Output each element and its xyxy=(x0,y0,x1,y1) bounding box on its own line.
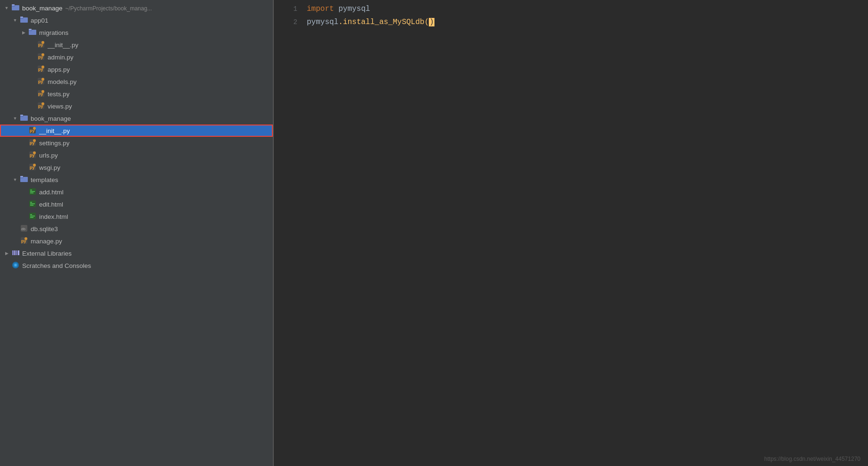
tree-item-views_py[interactable]: py views.py xyxy=(0,100,273,112)
code-token: pymysql xyxy=(307,18,338,26)
svg-point-35 xyxy=(33,139,36,142)
tree-item-apps_py[interactable]: py apps.py xyxy=(0,63,273,75)
folder-open-icon xyxy=(20,114,28,123)
tree-item-label: Scratches and Consoles xyxy=(22,262,91,269)
svg-rect-65 xyxy=(18,250,19,255)
tree-item-book_manage_root[interactable]: ▼ book_manage~/PycharmProjects/book_mana… xyxy=(0,2,273,14)
tree-item-label: urls.py xyxy=(39,152,58,159)
ext-lib-icon xyxy=(11,249,20,258)
tree-item-edit_html[interactable]: edit.html xyxy=(0,198,273,210)
tree-item-ext_libs[interactable]: ▶ External Libraries xyxy=(0,247,273,259)
tree-item-settings_py[interactable]: py settings.py xyxy=(0,137,273,149)
arrow-icon: ▼ xyxy=(11,177,19,182)
tree-item-label: __init__.py xyxy=(39,127,70,134)
code-token: pymysql xyxy=(334,5,370,13)
tree-item-app01[interactable]: ▼ app01 xyxy=(0,14,273,26)
tree-item-models_py[interactable]: py models.py xyxy=(0,75,273,88)
tree-item-label: wsgi.py xyxy=(39,164,60,171)
py-icon: py xyxy=(28,139,37,147)
tree-item-init_book[interactable]: py __init__.py xyxy=(0,125,273,137)
svg-rect-64 xyxy=(16,250,17,255)
folder-open-icon xyxy=(11,4,20,12)
py-icon: py xyxy=(28,163,37,172)
svg-rect-63 xyxy=(14,250,16,255)
py-icon: py xyxy=(37,41,45,49)
svg-rect-44 xyxy=(20,176,23,177)
tree-item-label: models.py xyxy=(48,78,77,85)
svg-rect-56 xyxy=(30,217,33,218)
tree-item-scratches[interactable]: Scratches and Consoles xyxy=(0,259,273,272)
tree-item-label: __init__.py xyxy=(48,42,78,49)
tree-item-wsgi_py[interactable]: py wsgi.py xyxy=(0,161,273,174)
tree-item-init_app01[interactable]: py __init__.py xyxy=(0,39,273,51)
code-content: pymysql.install_as_MySQLdb() xyxy=(307,18,434,26)
tree-item-templates[interactable]: ▼ templates xyxy=(0,174,273,186)
arrow-icon: ▼ xyxy=(11,18,19,23)
file-tree[interactable]: ▼ book_manage~/PycharmProjects/book_mana… xyxy=(0,0,273,466)
py-icon: py xyxy=(37,53,45,61)
arrow-icon: ▶ xyxy=(3,251,10,256)
folder-open-icon xyxy=(20,175,28,184)
svg-rect-51 xyxy=(30,203,35,204)
tree-item-add_html[interactable]: add.html xyxy=(0,186,273,198)
tree-item-manage_py[interactable]: py manage.py xyxy=(0,235,273,247)
tree-item-label: db.sqlite3 xyxy=(31,225,58,233)
tree-item-label: manage.py xyxy=(31,238,62,245)
svg-point-20 xyxy=(41,78,44,81)
svg-point-38 xyxy=(33,151,36,154)
html-icon xyxy=(28,212,37,221)
tree-item-db_sqlite3[interactable]: db db.sqlite3 xyxy=(0,223,273,235)
svg-rect-46 xyxy=(30,190,32,191)
svg-rect-5 xyxy=(20,17,23,18)
tree-item-label: index.html xyxy=(39,213,68,220)
tree-item-index_html[interactable]: index.html xyxy=(0,210,273,223)
svg-point-17 xyxy=(41,66,44,68)
py-icon: py xyxy=(37,65,45,74)
db-icon: db xyxy=(20,225,28,233)
tree-item-label: apps.py xyxy=(48,66,70,73)
code-token: ( xyxy=(425,18,429,26)
folder-closed-icon xyxy=(28,28,37,37)
tree-item-label: app01 xyxy=(31,17,49,24)
line-number: 1 xyxy=(278,5,297,13)
tree-item-label: edit.html xyxy=(39,201,63,208)
svg-point-68 xyxy=(15,264,16,266)
code-line: 1import pymysql xyxy=(274,5,868,18)
arrow-icon: ▶ xyxy=(20,30,27,35)
tree-item-admin_py[interactable]: py admin.py xyxy=(0,51,273,63)
svg-point-26 xyxy=(41,102,44,105)
svg-point-11 xyxy=(41,41,44,44)
svg-rect-55 xyxy=(30,216,35,216)
svg-rect-62 xyxy=(12,250,14,255)
tree-item-urls_py[interactable]: py urls.py xyxy=(0,149,273,161)
svg-point-41 xyxy=(33,164,36,166)
tree-item-book_manage_inner[interactable]: ▼ book_manage xyxy=(0,112,273,125)
tree-item-label: views.py xyxy=(48,103,72,110)
code-token: .install_as_MySQLdb xyxy=(338,18,424,26)
tree-item-label: migrations xyxy=(39,29,68,36)
svg-point-32 xyxy=(33,127,36,130)
svg-rect-8 xyxy=(29,29,32,30)
html-icon xyxy=(28,200,37,208)
svg-rect-47 xyxy=(30,191,35,192)
py-icon: py xyxy=(37,102,45,110)
svg-point-61 xyxy=(25,237,27,240)
scratches-icon xyxy=(11,261,20,270)
watermark: https://blog.csdn.net/weixin_44571270 xyxy=(764,456,860,462)
py-icon: py xyxy=(20,237,28,245)
html-icon xyxy=(28,188,37,196)
tree-item-migrations[interactable]: ▶ migrations xyxy=(0,26,273,39)
arrow-icon: ▼ xyxy=(3,6,10,10)
code-editor: 1import pymysql2pymysql.install_as_MySQL… xyxy=(274,0,868,466)
tree-item-label: book_manage xyxy=(31,115,71,122)
svg-rect-54 xyxy=(30,214,32,215)
svg-rect-50 xyxy=(30,202,32,203)
arrow-icon: ▼ xyxy=(11,116,19,121)
svg-rect-52 xyxy=(30,205,33,206)
tree-item-tests_py[interactable]: py tests.py xyxy=(0,88,273,100)
line-number: 2 xyxy=(278,18,297,26)
svg-rect-48 xyxy=(30,192,33,193)
code-token: ) xyxy=(429,18,434,26)
code-line: 2pymysql.install_as_MySQLdb() xyxy=(274,18,868,31)
folder-open-icon xyxy=(20,16,28,25)
